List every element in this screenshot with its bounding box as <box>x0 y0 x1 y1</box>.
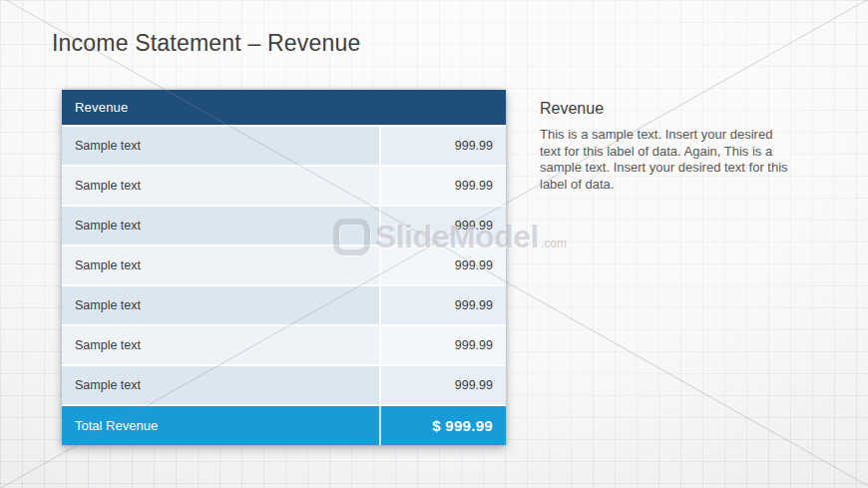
row-label: Sample text <box>62 167 379 205</box>
row-label: Sample text <box>62 127 379 165</box>
row-label: Sample text <box>62 326 379 364</box>
table-header-row: Revenue <box>62 90 506 125</box>
row-label: Sample text <box>62 286 379 324</box>
description-heading: Revenue <box>540 100 788 118</box>
row-value: 999.99 <box>379 286 506 324</box>
row-value: 999.99 <box>379 366 506 404</box>
revenue-table: Revenue Sample text 999.99 Sample text 9… <box>62 90 506 445</box>
table-row: Sample text 999.99 <box>62 127 506 165</box>
table-row: Sample text 999.99 <box>62 207 506 244</box>
table-header-label: Revenue <box>75 100 128 115</box>
row-value: 999.99 <box>379 207 506 244</box>
description-panel: Revenue This is a sample text. Insert yo… <box>540 100 788 193</box>
table-row: Sample text 999.99 <box>62 326 506 364</box>
row-value: 999.99 <box>379 127 506 165</box>
row-label: Sample text <box>62 207 379 244</box>
description-line: text for this label of data. Again, This… <box>540 144 788 161</box>
total-label: Total Revenue <box>62 406 379 445</box>
row-value: 999.99 <box>379 167 506 205</box>
table-row: Sample text 999.99 <box>62 366 506 404</box>
description-line: sample text. Insert your desired text fo… <box>540 160 788 177</box>
description-line: label of data. <box>540 177 788 194</box>
description-body: This is a sample text. Insert your desir… <box>540 127 788 193</box>
row-value: 999.99 <box>379 246 506 284</box>
description-line: This is a sample text. Insert your desir… <box>540 127 788 144</box>
table-row: Sample text 999.99 <box>62 286 506 324</box>
slide-title: Income Statement – Revenue <box>52 30 361 57</box>
row-label: Sample text <box>62 366 379 404</box>
total-value: $ 999.99 <box>379 406 506 445</box>
row-value: 999.99 <box>379 326 506 364</box>
total-revenue-row: Total Revenue $ 999.99 <box>62 406 506 445</box>
watermark-suffix: .com <box>541 237 567 250</box>
row-label: Sample text <box>62 246 379 284</box>
table-row: Sample text 999.99 <box>62 246 506 284</box>
slide-canvas: Income Statement – Revenue Revenue Sampl… <box>0 0 868 488</box>
table-row: Sample text 999.99 <box>62 167 506 205</box>
